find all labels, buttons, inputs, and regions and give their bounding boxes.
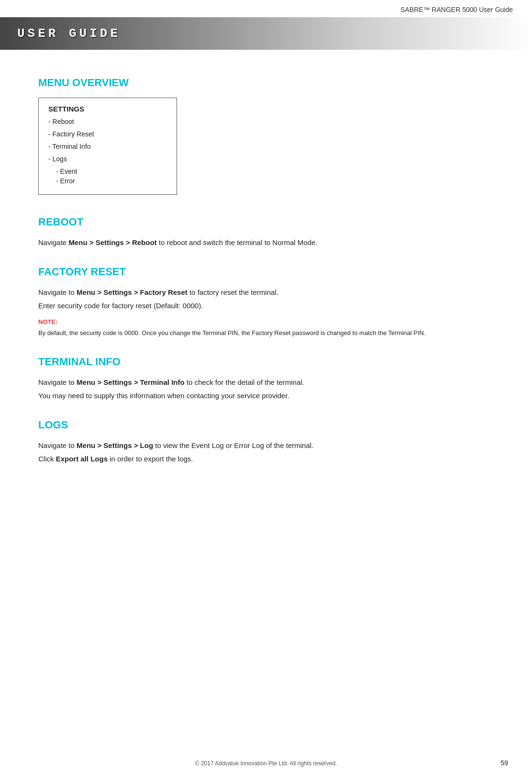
menu-overview-heading: MENU OVERVIEW <box>38 77 440 89</box>
header-title: SABRE™ RANGER 5000 User Guide <box>400 6 513 13</box>
list-item: - Event <box>56 168 167 175</box>
factory-reset-line1-pre: Navigate to <box>38 288 77 296</box>
note-label: NOTE: <box>38 317 440 327</box>
terminal-info-line1-pre: Navigate to <box>38 378 77 386</box>
menu-overview-section: MENU OVERVIEW SETTINGS - Reboot - Factor… <box>38 77 440 199</box>
logs-section: LOGS Navigate to Menu > Settings > Log t… <box>38 419 440 465</box>
list-item: - Factory Reset <box>48 130 167 138</box>
factory-reset-line1-post: to factory reset the terminal. <box>188 288 278 296</box>
main-content: MENU OVERVIEW SETTINGS - Reboot - Factor… <box>0 50 469 495</box>
reboot-body: Navigate Menu > Settings > Reboot to reb… <box>38 237 440 248</box>
reboot-text-bold: Menu > Settings > Reboot <box>68 238 156 246</box>
list-item: - Error <box>56 177 167 185</box>
page-footer: © 2017 Addvalue Innovation Pte Ltd. All … <box>0 760 532 767</box>
logs-line2-bold: Export all Logs <box>56 455 108 463</box>
note-text: By default, the security code is 0000. O… <box>38 328 440 338</box>
terminal-info-line2: You may need to supply this information … <box>38 390 440 402</box>
logs-heading: LOGS <box>38 419 440 431</box>
factory-reset-body: Navigate to Menu > Settings > Factory Re… <box>38 287 440 338</box>
terminal-info-line1-post: to check for the detail of the terminal. <box>185 378 304 386</box>
logs-body: Navigate to Menu > Settings > Log to vie… <box>38 440 440 465</box>
copyright-text: © 2017 Addvalue Innovation Pte Ltd. All … <box>195 760 337 767</box>
factory-reset-line1-bold: Menu > Settings > Factory Reset <box>77 288 188 296</box>
terminal-info-body: Navigate to Menu > Settings > Terminal I… <box>38 377 440 402</box>
list-item: - Reboot <box>48 118 167 125</box>
terminal-info-line1-bold: Menu > Settings > Terminal Info <box>77 378 185 386</box>
logs-line1-post: to view the Event Log or Error Log of th… <box>153 441 313 449</box>
page-header: SABRE™ RANGER 5000 User Guide <box>0 0 532 17</box>
logs-line1-pre: Navigate to <box>38 441 77 449</box>
banner-text: USER GUIDE <box>17 26 121 41</box>
banner: USER GUIDE <box>0 17 532 50</box>
menu-box-title: SETTINGS <box>48 105 167 113</box>
terminal-info-heading: TERMINAL INFO <box>38 356 440 368</box>
logs-line2-pre: Click <box>38 455 56 463</box>
logs-line1-bold: Menu > Settings > Log <box>77 441 153 449</box>
factory-reset-line2: Enter security code for factory reset (D… <box>38 300 440 312</box>
logs-line2-post: in order to export the logs. <box>108 455 193 463</box>
reboot-section: REBOOT Navigate Menu > Settings > Reboot… <box>38 216 440 248</box>
terminal-info-section: TERMINAL INFO Navigate to Menu > Setting… <box>38 356 440 402</box>
reboot-text-pre: Navigate <box>38 238 68 246</box>
page-number: 59 <box>500 759 508 767</box>
list-item: - Terminal Info <box>48 143 167 150</box>
menu-box: SETTINGS - Reboot - Factory Reset - Term… <box>38 98 177 195</box>
reboot-text-post: to reboot and switch the terminal to Nor… <box>157 238 318 246</box>
factory-reset-section: FACTORY RESET Navigate to Menu > Setting… <box>38 266 440 338</box>
reboot-heading: REBOOT <box>38 216 440 228</box>
list-item: - Logs <box>48 155 167 163</box>
factory-reset-heading: FACTORY RESET <box>38 266 440 278</box>
